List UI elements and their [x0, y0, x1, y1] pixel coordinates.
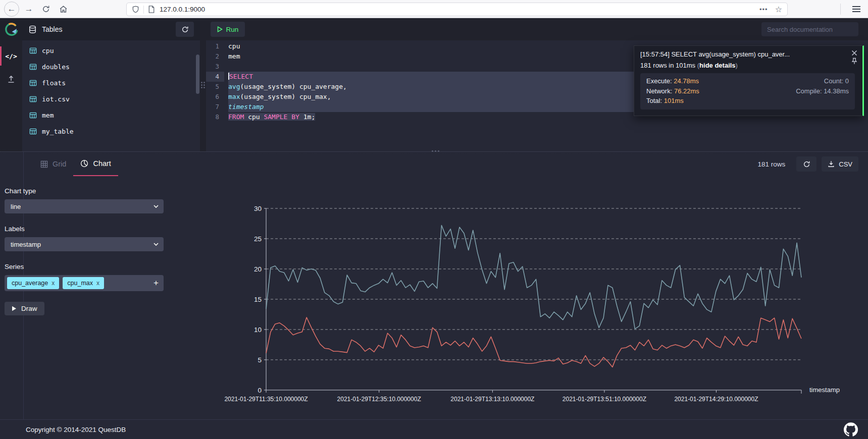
- play-icon: [217, 26, 223, 32]
- code-icon: </>: [5, 52, 17, 60]
- reload-icon: [42, 5, 50, 13]
- code-line-text: mem: [228, 51, 240, 62]
- add-series-button[interactable]: +: [154, 278, 159, 288]
- draw-button[interactable]: Draw: [5, 302, 44, 315]
- table-name: cpu: [42, 47, 54, 54]
- pin-icon[interactable]: [851, 58, 857, 65]
- forward-button[interactable]: →: [21, 2, 36, 17]
- shield-icon[interactable]: [132, 6, 139, 13]
- code-line-text: cpu: [228, 41, 240, 51]
- series-chip[interactable]: cpu_averagex: [7, 277, 59, 289]
- line-chart[interactable]: 0510152025302021-01-29T11:35:10.000000Z2…: [212, 176, 863, 413]
- chart-panel: Chart type line Labels timestamp Series …: [0, 176, 868, 419]
- questdb-logo-icon: [4, 22, 19, 37]
- run-button[interactable]: Run: [211, 22, 245, 37]
- copyright-text: Copyright © 2014-2021 QuestDB: [26, 426, 844, 433]
- drag-handle-icon: [201, 82, 205, 88]
- chart-type-select[interactable]: line: [5, 199, 164, 213]
- url-bar[interactable]: 127.0.0.1:9000 ••• ☆: [126, 3, 788, 16]
- series-chips: cpu_averagexcpu_maxx: [7, 277, 154, 289]
- tables-refresh-button[interactable]: [176, 22, 194, 37]
- count-stat: Count: 0: [796, 77, 849, 86]
- svg-text:20: 20: [254, 265, 262, 273]
- results-refresh-button[interactable]: [796, 156, 816, 172]
- svg-text:2021-01-29T14:29:10.000000Z: 2021-01-29T14:29:10.000000Z: [674, 396, 758, 403]
- code-line-text: FROM cpu SAMPLE BY 1m;: [228, 112, 315, 122]
- line-number: 6: [206, 92, 224, 102]
- questdb-logo[interactable]: [0, 18, 22, 40]
- panel-splitter[interactable]: [200, 18, 206, 151]
- table-icon: [29, 47, 37, 54]
- questdb-console: </> Tables cpudoublesfloatsiot.csvmemmy_…: [0, 18, 868, 439]
- labels-select[interactable]: timestamp: [5, 237, 164, 251]
- hide-details-link[interactable]: hide details: [699, 62, 736, 69]
- search-documentation-input[interactable]: [761, 22, 858, 36]
- line-number: 3: [206, 62, 224, 72]
- tab-grid-label: Grid: [53, 160, 66, 168]
- svg-text:30: 30: [254, 205, 262, 212]
- notification-summary: 181 rows in 101ms (hide details): [640, 62, 856, 69]
- refresh-icon: [803, 160, 810, 168]
- table-row[interactable]: iot.csv: [22, 91, 200, 107]
- tab-chart[interactable]: Chart: [73, 152, 118, 176]
- rail-item-import[interactable]: [0, 68, 22, 91]
- table-row[interactable]: my_table: [22, 123, 200, 139]
- line-number: 7: [206, 102, 224, 112]
- line-number: 2: [206, 51, 224, 62]
- github-icon[interactable]: [844, 422, 858, 436]
- page-actions-icon[interactable]: •••: [759, 6, 768, 13]
- tab-chart-label: Chart: [93, 159, 111, 168]
- home-button[interactable]: [56, 2, 71, 17]
- labels-label: Labels: [5, 225, 164, 233]
- back-button[interactable]: ←: [4, 2, 19, 17]
- stats-left-column: Execute: 24.78ms Network: 76.22ms Total:…: [646, 77, 699, 105]
- database-icon: [28, 25, 37, 34]
- svg-text:2021-01-29T13:51:10.000000Z: 2021-01-29T13:51:10.000000Z: [563, 396, 646, 403]
- close-icon[interactable]: [851, 50, 857, 56]
- table-icon: [29, 95, 37, 103]
- chip-remove-icon[interactable]: x: [96, 280, 99, 287]
- line-number: 5: [206, 82, 224, 92]
- reload-button[interactable]: [38, 2, 54, 17]
- table-icon: [29, 128, 37, 135]
- svg-text:15: 15: [254, 296, 262, 303]
- upload-icon: [7, 75, 15, 83]
- chart-type-label: Chart type: [5, 187, 164, 195]
- toolbar-divider: [840, 4, 841, 15]
- csv-download-button[interactable]: CSV: [822, 156, 858, 172]
- table-row[interactable]: mem: [22, 107, 200, 123]
- chart-controls: Chart type line Labels timestamp Series …: [5, 176, 164, 315]
- query-notification: [15:57:54] SELECT avg(usage_system) cpu_…: [634, 45, 864, 116]
- svg-text:2021-01-29T13:13:10.000000Z: 2021-01-29T13:13:10.000000Z: [450, 396, 534, 403]
- table-row[interactable]: doubles: [22, 59, 200, 75]
- line-number: 1: [206, 41, 224, 51]
- tables-scrollbar[interactable]: [196, 54, 199, 94]
- svg-text:2021-01-29T11:35:10.000000Z: 2021-01-29T11:35:10.000000Z: [224, 396, 308, 403]
- browser-chrome: ← → 127.0.0.1:9000 ••• ☆: [0, 0, 868, 18]
- footer: Copyright © 2014-2021 QuestDB: [0, 419, 868, 439]
- table-row[interactable]: floats: [22, 75, 200, 91]
- series-cpu_max: [266, 226, 801, 329]
- svg-text:10: 10: [254, 326, 262, 334]
- chip-remove-icon[interactable]: x: [52, 280, 55, 287]
- table-row[interactable]: cpu: [22, 42, 200, 59]
- series-chip[interactable]: cpu_maxx: [63, 277, 104, 289]
- results-section: Grid Chart 181 rows CSV Chart type: [0, 151, 868, 419]
- table-name: mem: [42, 112, 54, 119]
- tables-header: Tables: [22, 18, 200, 40]
- tables-title: Tables: [42, 25, 176, 33]
- run-button-label: Run: [226, 26, 239, 33]
- url-text[interactable]: 127.0.0.1:9000: [160, 6, 759, 13]
- table-name: doubles: [42, 63, 70, 71]
- series-box[interactable]: cpu_averagexcpu_maxx +: [5, 275, 164, 291]
- play-icon: [12, 306, 17, 311]
- page-icon[interactable]: [148, 6, 155, 13]
- menu-icon[interactable]: [852, 5, 861, 13]
- editor-toolbar: Run: [206, 18, 868, 40]
- tab-grid[interactable]: Grid: [33, 152, 73, 176]
- bookmark-star-icon[interactable]: ☆: [775, 5, 782, 14]
- svg-text:2021-01-29T12:35:10.000000Z: 2021-01-29T12:35:10.000000Z: [337, 396, 421, 403]
- download-icon: [828, 160, 835, 168]
- refresh-icon: [181, 26, 189, 33]
- rail-item-console[interactable]: </>: [0, 44, 22, 68]
